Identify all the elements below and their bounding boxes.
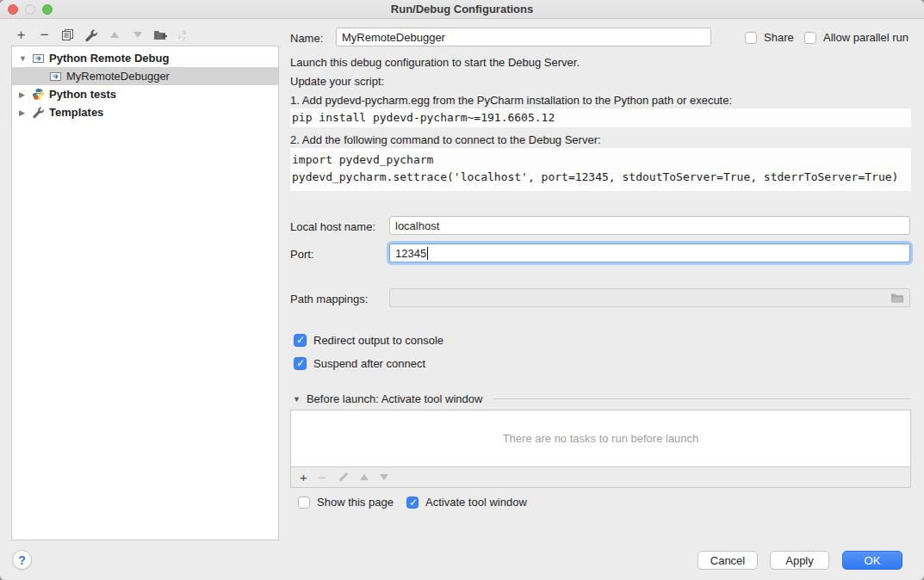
browse-folder-icon[interactable]	[890, 293, 904, 304]
step1-text: 1. Add pydevd-pycharm.egg from the PyCha…	[290, 94, 732, 107]
move-up-icon	[107, 28, 121, 42]
new-folder-icon[interactable]	[153, 28, 168, 42]
suspend-after-connect-option[interactable]: Suspend after connect	[294, 357, 425, 370]
tree-item-python-remote-debug[interactable]: Python Remote Debug	[12, 49, 278, 67]
add-icon[interactable]: +	[14, 28, 28, 42]
show-this-page-label: Show this page	[317, 496, 394, 509]
settrace-code-line: pydevd_pycharm.settrace('localhost', por…	[292, 169, 911, 186]
tree-item-myremotedebugger[interactable]: MyRemoteDebugger	[12, 67, 278, 85]
suspend-after-connect-checkbox[interactable]	[294, 357, 307, 370]
apply-button[interactable]: Apply	[770, 551, 829, 570]
allow-parallel-run-checkbox[interactable]	[804, 32, 816, 44]
apply-button-label: Apply	[785, 554, 814, 567]
cancel-button[interactable]: Cancel	[698, 551, 758, 570]
show-this-page-checkbox[interactable]	[298, 497, 310, 509]
share-label: Share	[764, 31, 794, 44]
edit-pencil-icon	[338, 472, 349, 483]
update-script-text: Update your script:	[290, 75, 384, 88]
local-host-name-input[interactable]	[389, 216, 910, 235]
redirect-output-label: Redirect output to console	[313, 334, 443, 347]
tree-item-label: Templates	[49, 106, 103, 119]
cancel-button-label: Cancel	[710, 554, 745, 567]
title-bar[interactable]: Run/Debug Configurations	[0, 0, 924, 19]
move-down-icon	[380, 474, 388, 480]
run-config-icon	[48, 70, 62, 83]
port-value: 12345	[395, 247, 426, 260]
activate-tool-window-option[interactable]: Activate tool window	[406, 496, 527, 509]
collapse-arrow-icon[interactable]: ▼	[293, 395, 301, 404]
remove-icon[interactable]: −	[37, 28, 52, 42]
expand-arrow-icon[interactable]	[19, 54, 31, 63]
settrace-code-block: import pydevd_pycharm pydevd_pycharm.set…	[290, 148, 911, 191]
help-button[interactable]: ?	[12, 550, 32, 570]
move-down-icon	[130, 28, 145, 42]
python-tests-icon	[31, 88, 45, 102]
window-title: Run/Debug Configurations	[0, 3, 924, 15]
share-option[interactable]: Share	[745, 31, 794, 44]
before-launch-title: Before launch: Activate tool window	[307, 392, 483, 405]
redirect-output-checkbox[interactable]	[294, 334, 307, 347]
configurations-tree[interactable]: Python Remote Debug MyRemoteDebugger Pyt…	[11, 46, 279, 540]
expand-arrow-icon[interactable]	[19, 108, 31, 117]
configurations-toolbar: + − ↓az	[14, 28, 186, 42]
copy-icon[interactable]	[60, 28, 75, 42]
before-launch-task-list[interactable]: There are no tasks to run before launch	[290, 410, 911, 467]
section-divider	[493, 398, 911, 399]
empty-tasks-text: There are no tasks to run before launch	[503, 432, 699, 445]
before-launch-toolbar: + −	[290, 467, 911, 488]
remove-icon: −	[319, 470, 326, 484]
intro-text: Launch this debug configuration to start…	[290, 56, 580, 69]
expand-arrow-icon[interactable]	[19, 90, 31, 99]
tree-item-templates[interactable]: Templates	[12, 103, 278, 121]
show-this-page-option[interactable]: Show this page	[298, 496, 394, 509]
port-input[interactable]: 12345	[389, 244, 910, 262]
step2-text: 2. Add the following command to connect …	[290, 133, 601, 146]
edit-defaults-wrench-icon[interactable]	[84, 28, 98, 42]
path-mappings-input[interactable]	[389, 288, 910, 307]
tree-item-label: Python Remote Debug	[49, 52, 169, 65]
port-label: Port:	[290, 248, 313, 261]
share-checkbox[interactable]	[745, 32, 757, 44]
name-label: Name:	[290, 32, 323, 45]
add-icon[interactable]: +	[300, 470, 307, 484]
run-config-icon	[31, 52, 45, 65]
suspend-after-connect-label: Suspend after connect	[313, 357, 425, 370]
pip-install-code: pip install pydevd-pycharm~=191.6605.12	[290, 108, 911, 127]
import-code-line: import pydevd_pycharm	[292, 151, 911, 169]
run-debug-configurations-dialog: Run/Debug Configurations + − ↓az Python …	[0, 0, 924, 580]
move-up-icon	[360, 474, 369, 480]
sort-alphabetically-icon: ↓az	[177, 29, 186, 41]
ok-button-label: OK	[865, 554, 881, 567]
tree-item-python-tests[interactable]: Python tests	[12, 85, 278, 103]
ok-button[interactable]: OK	[842, 551, 902, 570]
name-input[interactable]	[336, 28, 711, 46]
allow-parallel-run-option[interactable]: Allow parallel run	[804, 31, 908, 44]
text-caret	[427, 247, 428, 260]
redirect-output-option[interactable]: Redirect output to console	[294, 334, 443, 347]
tree-item-label: MyRemoteDebugger	[66, 70, 170, 83]
activate-tool-window-checkbox[interactable]	[406, 497, 419, 509]
local-host-name-label: Local host name:	[290, 220, 375, 233]
wrench-icon	[31, 106, 45, 120]
allow-parallel-run-label: Allow parallel run	[823, 31, 908, 44]
help-question-icon: ?	[18, 553, 26, 567]
tree-item-label: Python tests	[49, 88, 116, 101]
path-mappings-label: Path mappings:	[290, 293, 368, 305]
activate-tool-window-label: Activate tool window	[425, 496, 527, 509]
before-launch-header[interactable]: ▼ Before launch: Activate tool window	[293, 392, 911, 405]
